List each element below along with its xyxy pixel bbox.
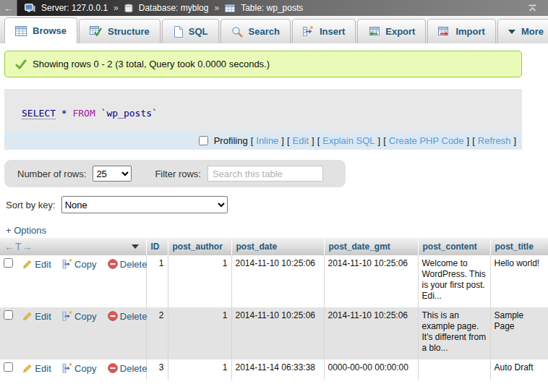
structure-icon bbox=[90, 26, 102, 37]
cell-post-title: Hello world! bbox=[490, 255, 548, 307]
number-of-rows-select[interactable]: 25 bbox=[93, 166, 132, 182]
collapse-panel-icon[interactable] bbox=[527, 4, 538, 12]
profiling-checkbox[interactable] bbox=[199, 136, 208, 145]
delete-row-link[interactable]: Delete bbox=[120, 363, 147, 374]
sql-panel: SELECT * FROM `wp_posts` Profiling [ Inl… bbox=[4, 89, 522, 150]
tab-more[interactable]: More bbox=[497, 19, 548, 43]
sort-by-key-select[interactable]: None bbox=[61, 196, 228, 213]
column-actions-dropdown-icon[interactable] bbox=[132, 244, 139, 249]
export-icon bbox=[368, 27, 380, 37]
cell-post-date-gmt: 2014-11-10 10:25:06 bbox=[324, 255, 418, 307]
column-header-post-content[interactable]: post_content bbox=[418, 238, 490, 255]
sql-from-glyph: FROM bbox=[72, 108, 95, 119]
create-php-code-link[interactable]: Create PHP Code bbox=[389, 135, 464, 146]
refresh-link[interactable]: Refresh bbox=[478, 135, 511, 146]
breadcrumb-server[interactable]: Server: 127.0.0.1 bbox=[41, 3, 108, 13]
edit-row-link[interactable]: Edit bbox=[35, 311, 51, 322]
sql-table-name: `wp_posts` bbox=[101, 108, 158, 119]
options-toggle-link[interactable]: + Options bbox=[6, 225, 46, 237]
edit-pencil-icon bbox=[22, 363, 33, 373]
status-message: Showing rows 0 - 2 (3 total, Query took … bbox=[4, 51, 522, 77]
copy-row-link[interactable]: Copy bbox=[74, 363, 96, 374]
search-icon bbox=[231, 26, 243, 38]
edit-row-link[interactable]: Edit bbox=[35, 259, 51, 270]
cell-post-content: Welcome to WordPress. This is your first… bbox=[418, 255, 490, 307]
table-row: Edit Copy Delete 1 1 2014-11-10 10:25:06… bbox=[0, 255, 548, 307]
tab-label: Structure bbox=[108, 26, 150, 37]
filter-rows-label: Filter rows: bbox=[155, 169, 201, 179]
edit-row-link[interactable]: Edit bbox=[35, 363, 51, 374]
column-header-id[interactable]: ID bbox=[146, 238, 168, 255]
cell-post-title: Auto Draft bbox=[490, 359, 548, 380]
tab-label: Browse bbox=[33, 25, 67, 36]
column-header-post-date[interactable]: post_date bbox=[231, 238, 324, 255]
sort-by-key-label: Sort by key: bbox=[6, 200, 56, 210]
insert-icon bbox=[303, 26, 314, 37]
cell-post-content: This is an example page. It's different … bbox=[418, 307, 490, 359]
tab-export[interactable]: Export bbox=[357, 19, 426, 43]
explain-sql-link[interactable]: Explain SQL bbox=[322, 135, 374, 146]
tab-label: Import bbox=[455, 26, 484, 37]
left-arrow-icon: ← bbox=[4, 3, 13, 14]
cell-post-author: 1 bbox=[168, 359, 231, 380]
status-message-text: Showing rows 0 - 2 (3 total, Query took … bbox=[33, 59, 270, 69]
copy-row-link[interactable]: Copy bbox=[74, 311, 96, 322]
column-header-post-date-gmt[interactable]: post_date_gmt bbox=[324, 238, 418, 255]
bracket: [ bbox=[317, 135, 320, 146]
column-header-post-title[interactable]: post_title bbox=[490, 238, 548, 255]
tab-browse[interactable]: Browse bbox=[4, 17, 77, 43]
query-options-bar: Profiling [ Inline ] [ Edit ] [ Explain … bbox=[4, 131, 522, 150]
breadcrumb-database[interactable]: Database: myblog bbox=[139, 3, 209, 13]
copy-row-icon bbox=[62, 259, 72, 269]
sql-keyword-select[interactable]: SELECT bbox=[22, 108, 56, 119]
breadcrumb-separator: » bbox=[114, 3, 119, 13]
cell-post-date-gmt: 2014-11-10 10:25:06 bbox=[324, 307, 418, 359]
sql-icon bbox=[173, 26, 183, 38]
tab-insert[interactable]: Insert bbox=[292, 19, 356, 43]
copy-row-link[interactable]: Copy bbox=[74, 259, 96, 270]
rows-filter-bar: Number of rows: 25 Filter rows: bbox=[4, 160, 346, 187]
tab-bar: Browse Structure SQL Search Insert Expor… bbox=[0, 16, 548, 43]
bracket: [ bbox=[383, 135, 386, 146]
bracket: ] bbox=[312, 135, 314, 146]
number-of-rows-label: Number of rows: bbox=[17, 169, 86, 179]
column-header-actions: ←T→ bbox=[0, 238, 146, 255]
breadcrumb-table[interactable]: Table: wp_posts bbox=[241, 3, 303, 13]
tab-label: SQL bbox=[189, 26, 208, 37]
back-button[interactable]: ← bbox=[0, 0, 17, 16]
row-checkbox[interactable] bbox=[4, 258, 13, 268]
table-icon bbox=[225, 4, 235, 12]
inline-link[interactable]: Inline bbox=[256, 135, 278, 146]
delete-row-link[interactable]: Delete bbox=[120, 311, 147, 322]
breadcrumb-separator: » bbox=[214, 3, 219, 13]
tab-label: Search bbox=[249, 26, 280, 37]
column-header-post-author[interactable]: post_author bbox=[168, 238, 231, 255]
edit-pencil-icon bbox=[22, 311, 33, 321]
header-row: ←T→ ID post_author post_date post_date_g… bbox=[0, 238, 548, 255]
tab-structure[interactable]: Structure bbox=[79, 19, 160, 43]
tab-search[interactable]: Search bbox=[221, 19, 291, 43]
table-nav-icon[interactable]: ←T→ bbox=[4, 241, 33, 252]
cell-post-date: 2014-11-14 06:33:38 bbox=[231, 359, 324, 380]
tab-label: Insert bbox=[320, 26, 345, 37]
edit-query-link[interactable]: Edit bbox=[293, 135, 309, 146]
delete-row-link[interactable]: Delete bbox=[120, 259, 147, 270]
phpmyadmin-browse-page: ← Server: 127.0.0.1 » Database: myblog »… bbox=[0, 0, 548, 392]
row-actions-cell: Edit Copy Delete bbox=[0, 307, 146, 359]
copy-row-icon bbox=[62, 363, 72, 373]
row-actions-cell: Edit Copy Delete bbox=[0, 255, 146, 307]
sort-by-key-row: Sort by key: None bbox=[6, 196, 548, 213]
delete-row-icon bbox=[108, 311, 118, 321]
cell-post-date: 2014-11-10 10:25:06 bbox=[231, 307, 324, 359]
filter-rows-input[interactable] bbox=[207, 166, 323, 182]
row-checkbox[interactable] bbox=[4, 310, 13, 320]
copy-row-icon bbox=[62, 311, 72, 321]
chevron-down-icon bbox=[508, 30, 515, 34]
results-table: ←T→ ID post_author post_date post_date_g… bbox=[0, 238, 548, 380]
row-actions-cell: Edit Copy Delete bbox=[0, 359, 146, 380]
cell-post-content bbox=[418, 359, 490, 380]
tab-sql[interactable]: SQL bbox=[162, 19, 219, 43]
row-checkbox[interactable] bbox=[4, 362, 13, 372]
tab-import[interactable]: Import bbox=[427, 19, 495, 43]
bracket: [ bbox=[472, 135, 475, 146]
